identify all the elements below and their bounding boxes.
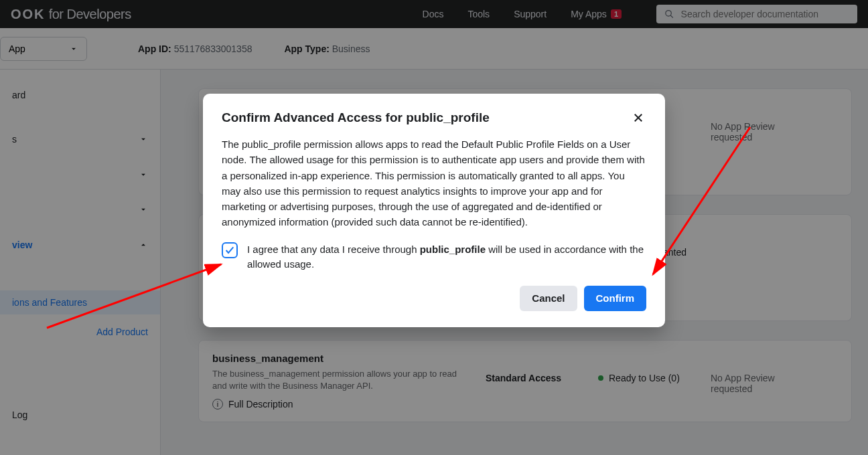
agree-text: I agree that any data I receive through …	[247, 242, 646, 272]
cancel-button[interactable]: Cancel	[520, 286, 577, 311]
close-button[interactable]	[630, 110, 646, 126]
dialog-body: The public_profile permission allows app…	[222, 136, 646, 230]
check-icon	[224, 245, 235, 256]
confirm-access-dialog: Confirm Advanced Access for public_profi…	[203, 94, 665, 327]
modal-overlay: Confirm Advanced Access for public_profi…	[0, 0, 868, 455]
confirm-button[interactable]: Confirm	[584, 286, 647, 311]
agree-checkbox[interactable]	[222, 242, 238, 258]
close-icon	[632, 112, 644, 124]
dialog-title: Confirm Advanced Access for public_profi…	[222, 110, 490, 125]
